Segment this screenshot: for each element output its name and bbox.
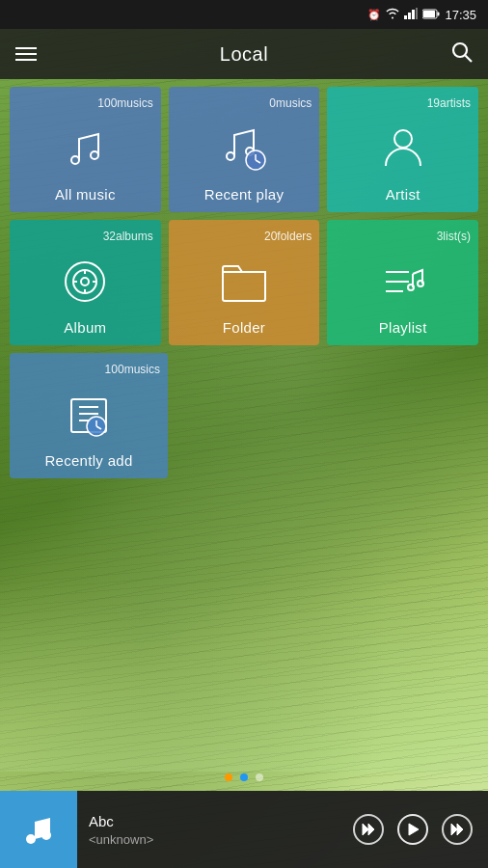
album-icon: [58, 253, 112, 310]
player-thumbnail[interactable]: [0, 791, 77, 868]
recently-add-icon: [62, 386, 116, 443]
status-bar: ⏰ 17:35: [0, 0, 488, 29]
top-bar: Local: [0, 29, 488, 79]
folder-icon: [217, 253, 271, 310]
artist-icon: [376, 120, 430, 176]
player-subtitle: <unknown>: [89, 832, 341, 847]
svg-rect-1: [408, 13, 411, 19]
next-button[interactable]: [442, 814, 473, 845]
album-label: Album: [64, 319, 106, 336]
page-title: Local: [220, 43, 268, 66]
main-content: 100musics All music 0musics: [0, 79, 488, 791]
signal-icon: [404, 8, 418, 21]
svg-marker-38: [363, 824, 368, 835]
album-count: 32albums: [103, 230, 153, 243]
album-tile[interactable]: 32albums Album: [10, 220, 161, 345]
page-dot-1[interactable]: [225, 773, 232, 781]
search-button[interactable]: [451, 41, 473, 68]
playlist-label: Playlist: [379, 319, 427, 336]
svg-point-37: [41, 830, 51, 840]
svg-point-19: [81, 278, 89, 285]
player-controls: [353, 814, 488, 845]
recently-add-label: Recently add: [44, 452, 132, 469]
svg-marker-42: [457, 824, 463, 835]
folder-count: 20folders: [264, 230, 312, 243]
svg-point-11: [227, 152, 234, 160]
bottom-player: Abc <unknown>: [0, 791, 488, 868]
grid-row-1: 100musics All music 0musics: [10, 87, 478, 212]
status-icons: ⏰ 17:35: [367, 8, 476, 22]
playlist-tile[interactable]: 3list(s) Playlist: [327, 220, 478, 345]
recent-play-tile[interactable]: 0musics Recent play: [169, 87, 320, 212]
page-dot-2[interactable]: [240, 773, 248, 781]
svg-marker-39: [368, 824, 374, 835]
all-music-label: All music: [55, 186, 116, 203]
svg-rect-5: [438, 12, 440, 15]
svg-rect-2: [412, 10, 415, 19]
all-music-count: 100musics: [97, 96, 152, 110]
svg-point-17: [66, 262, 104, 301]
svg-point-10: [91, 151, 98, 159]
recently-add-count: 100musics: [105, 363, 160, 376]
svg-line-8: [466, 55, 473, 62]
svg-point-7: [453, 43, 467, 57]
svg-marker-40: [409, 824, 419, 835]
page-indicators: [0, 773, 488, 781]
player-title: Abc: [89, 813, 341, 829]
recent-play-label: Recent play: [204, 186, 285, 203]
svg-point-16: [394, 130, 412, 148]
play-icon: [405, 822, 420, 837]
wifi-icon: [386, 8, 399, 21]
artist-label: Artist: [386, 186, 420, 203]
svg-point-28: [418, 281, 423, 286]
folder-label: Folder: [223, 319, 265, 336]
battery-icon: [422, 9, 440, 21]
skip-back-icon: [361, 822, 376, 837]
grid-row-3: 100musics Recently add: [10, 353, 478, 478]
music-note-icon: [21, 812, 56, 847]
folder-tile[interactable]: 20folders Folder: [169, 220, 320, 345]
svg-point-9: [71, 156, 79, 164]
grid-row-2: 32albums Album 20folders: [10, 220, 478, 345]
recent-play-icon: [217, 120, 271, 176]
artist-tile[interactable]: 19artists Artist: [327, 87, 478, 212]
all-music-icon: [58, 120, 112, 176]
player-info: Abc <unknown>: [77, 813, 353, 847]
recently-add-tile[interactable]: 100musics Recently add: [10, 353, 168, 478]
svg-rect-6: [423, 11, 435, 17]
svg-rect-3: [416, 8, 418, 19]
alarm-icon: ⏰: [367, 9, 381, 21]
recent-play-count: 0musics: [269, 96, 312, 110]
prev-button[interactable]: [353, 814, 384, 845]
all-music-tile[interactable]: 100musics All music: [10, 87, 161, 212]
svg-rect-0: [404, 15, 407, 19]
svg-point-36: [26, 834, 36, 844]
play-button[interactable]: [397, 814, 428, 845]
playlist-icon: [376, 253, 430, 310]
menu-button[interactable]: [15, 47, 37, 61]
page-dot-3[interactable]: [256, 773, 263, 781]
svg-marker-41: [451, 824, 457, 835]
playlist-count: 3list(s): [437, 230, 471, 243]
status-time: 17:35: [445, 8, 476, 22]
skip-forward-icon: [449, 822, 465, 837]
svg-point-27: [408, 285, 414, 290]
artist-count: 19artists: [427, 96, 471, 110]
